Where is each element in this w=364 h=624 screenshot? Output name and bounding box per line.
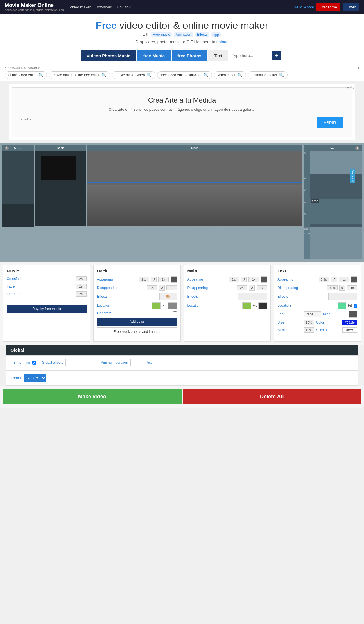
tab-photos[interactable]: free Photos: [172, 50, 207, 61]
text-appearing-color[interactable]: [351, 276, 357, 283]
tab-music[interactable]: free Music: [137, 50, 171, 61]
pill-animation[interactable]: Animation: [174, 32, 193, 37]
sponsored-label: SPONSORED SEARCHES ℹ: [5, 66, 359, 69]
text-disappearing-loop-icon[interactable]: ↺: [339, 285, 345, 291]
main-appearing-color[interactable]: [261, 276, 267, 283]
tab-text[interactable]: Text: [208, 50, 228, 61]
main-location-label[interactable]: Location: [187, 304, 241, 308]
music-help-icon[interactable]: ?: [5, 146, 9, 150]
back-appearing-row: Appearing 2s. ↺ 1x: [97, 276, 177, 283]
text-disappearing-row: Disappearing 0.5s. ↺ 1x: [277, 285, 357, 291]
format-select[interactable]: Auto ▾: [24, 374, 46, 382]
sponsored-pill-4[interactable]: video cutter🔍: [214, 71, 246, 79]
nav-download[interactable]: Download: [95, 5, 112, 9]
text-size-value: 10%: [304, 320, 314, 325]
fade-in-label[interactable]: Fade in: [7, 284, 74, 288]
ad-close-button[interactable]: ✕ ⓘ: [347, 85, 354, 90]
sponsored-pill-0[interactable]: online video editor🔍: [5, 71, 47, 79]
text-appearing-loop-icon[interactable]: ↺: [331, 277, 337, 282]
ad-open-button[interactable]: ABRIR: [317, 117, 343, 128]
text-effects-label[interactable]: Effects: [277, 295, 327, 299]
upload-link[interactable]: upload: [216, 40, 229, 44]
back-effects-picker[interactable]: 🎨: [159, 293, 177, 300]
tab-videos[interactable]: Videos Photos Music: [81, 50, 136, 61]
nav-video-maker[interactable]: Video maker: [69, 5, 91, 9]
back-fit-thumb[interactable]: [168, 302, 177, 309]
min-duration-label[interactable]: Minimum duration: [100, 361, 128, 365]
text-location-thumb[interactable]: [338, 302, 346, 309]
text-appearing-label[interactable]: Appearing: [277, 277, 317, 281]
timeline-help-icon[interactable]: ?: [355, 146, 359, 150]
back-location-label[interactable]: Location: [97, 304, 150, 308]
back-generate-label[interactable]: Generate: [97, 311, 171, 315]
main-appearing-value: 2s.: [229, 277, 239, 282]
back-location-row: Location Fit: [97, 302, 177, 309]
text-location-label[interactable]: Location: [277, 304, 336, 308]
hero-pill-effects[interactable]: Effects: [195, 32, 209, 37]
header-nav: Video maker Download How to?: [69, 5, 130, 9]
stock-photos-button[interactable]: Free stock photos and images: [97, 327, 177, 336]
main-disappearing-loop-icon[interactable]: ↺: [249, 285, 255, 291]
back-effects-label[interactable]: Effects: [97, 295, 158, 299]
royalty-free-music-button[interactable]: Royalty free music: [7, 305, 87, 313]
global-effects-row: Global effects: [42, 359, 94, 366]
global-effects-input[interactable]: [65, 359, 94, 366]
fade-in-row: Fade in 2s.: [7, 284, 87, 289]
main-location-thumb[interactable]: [242, 302, 251, 309]
back-appearing-color[interactable]: [171, 276, 177, 283]
text-effects-input[interactable]: [328, 293, 357, 300]
pill-free-music[interactable]: Free music: [151, 32, 172, 37]
format-section: Format Auto ▾: [11, 374, 46, 382]
search-input[interactable]: [232, 53, 272, 58]
text-stroke-row: Stroke 10% S. color #ffffff: [277, 327, 357, 333]
main-appearing-label[interactable]: Appearing: [187, 277, 227, 281]
back-disappearing-label[interactable]: Disappearing: [97, 286, 145, 290]
search-bar: +: [229, 50, 283, 61]
section-header-main: Main: [87, 145, 302, 151]
text-disappearing-label[interactable]: Disappearing: [277, 286, 325, 290]
back-panel: Back Appearing 2s. ↺ 1x Disappearing 2s.…: [93, 265, 181, 342]
global-effects-label[interactable]: Global effects: [42, 361, 63, 365]
fade-out-row: Fade out 2s.: [7, 291, 87, 297]
sponsored-pill-3[interactable]: free video editing software🔍: [157, 71, 212, 79]
pill-app[interactable]: app: [211, 32, 221, 37]
back-appearing-loop-icon[interactable]: ↺: [151, 277, 157, 282]
back-appearing-label[interactable]: Appearing: [97, 277, 137, 281]
back-location-thumb[interactable]: [152, 302, 161, 309]
delete-all-button[interactable]: Delete All: [183, 389, 361, 404]
ad-desc: Crea arte en 4 sencillos pasos con tus i…: [21, 107, 343, 112]
main-fit-thumb[interactable]: [258, 302, 267, 309]
forget-button[interactable]: Forget me: [316, 3, 340, 11]
text-s-color-picker[interactable]: #ffffff: [342, 327, 357, 333]
main-disappearing-label[interactable]: Disappearing: [187, 286, 235, 290]
text-color-picker[interactable]: #081fe: [342, 320, 357, 325]
min-duration-row: Minimum duration 5s.: [100, 359, 152, 366]
trim-to-main-checkbox[interactable]: [32, 361, 36, 365]
main-effects-input[interactable]: [238, 293, 267, 300]
text-align-picker[interactable]: [349, 311, 357, 318]
font-name-display[interactable]: Vade: [304, 311, 321, 317]
tabs-bar: Videos Photos Music free Music free Phot…: [0, 47, 364, 64]
sponsored-pill-5[interactable]: animation maker🔍: [248, 71, 288, 79]
back-disappearing-value: 2s.: [147, 285, 157, 290]
main-effects-label[interactable]: Effects: [187, 295, 236, 299]
search-add-button[interactable]: +: [272, 51, 281, 60]
fade-out-label[interactable]: Fade out: [7, 292, 74, 296]
hero-drop: Drop video, photo, music or GIF files he…: [5, 40, 359, 44]
enter-button[interactable]: Enter: [343, 3, 359, 11]
crossfade-label[interactable]: Crossfade: [7, 277, 74, 281]
nav-how-to[interactable]: How to?: [117, 5, 131, 9]
make-video-button[interactable]: Make video: [3, 389, 182, 404]
back-generate-checkbox[interactable]: [173, 311, 177, 315]
sponsored-pill-1[interactable]: movie maker online free editor🔍: [49, 71, 110, 79]
add-color-button[interactable]: Add color: [97, 318, 177, 326]
format-label[interactable]: Format: [11, 376, 22, 380]
min-duration-input[interactable]: [130, 359, 145, 366]
trim-to-main-label[interactable]: Trim to main: [11, 361, 30, 365]
header-hello: Hello, Anon!: [294, 5, 314, 9]
sponsored-pill-2[interactable]: movie maker video🔍: [112, 71, 155, 79]
text-fit-checkbox[interactable]: [354, 304, 357, 308]
back-disappearing-loop-icon[interactable]: ↺: [159, 285, 165, 291]
write-us-button[interactable]: Write us!: [350, 169, 355, 183]
main-appearing-loop-icon[interactable]: ↺: [241, 277, 247, 282]
